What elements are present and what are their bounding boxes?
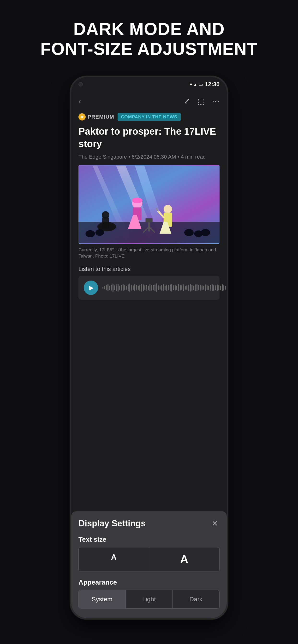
status-bar: ▾ ▴ ▭ 12:30 — [71, 77, 227, 92]
article-meta: The Edge Singapore • 6/2/2024 06:30 AM •… — [78, 154, 220, 160]
settings-header: Display Settings ✕ — [78, 518, 220, 528]
svg-point-7 — [102, 211, 109, 218]
article-title: Paktor to prosper: The 17LIVE story — [78, 125, 220, 150]
wifi-icon: ▾ — [190, 82, 192, 87]
audio-player: ▶ 07:15 — [78, 276, 220, 300]
page-title: DARK MODE ANDFONT-SIZE ADJUSTMENT — [26, 19, 272, 59]
article-content: ★ PREMIUM COMPANY IN THE NEWS Paktor to … — [71, 111, 227, 511]
back-button[interactable]: ‹ — [78, 96, 81, 106]
topbar-right: ⤢ ⬚ ⋯ — [184, 96, 220, 106]
text-size-label: Text size — [78, 536, 220, 544]
bookmark-button[interactable]: ⬚ — [198, 96, 205, 106]
image-caption: Currently, 17LIVE is the largest live-st… — [78, 244, 220, 263]
article-tags: ★ PREMIUM COMPANY IN THE NEWS — [78, 113, 220, 121]
more-button[interactable]: ⋯ — [212, 96, 220, 106]
text-size-small-button[interactable]: A — [79, 548, 149, 571]
phone-screen: ▾ ▴ ▭ 12:30 ‹ ⤢ ⬚ ⋯ ★ PREMIUM — [71, 77, 227, 618]
svg-rect-6 — [102, 217, 109, 229]
meta-separator2: • — [178, 154, 181, 160]
svg-point-8 — [164, 205, 172, 213]
svg-point-21 — [201, 229, 210, 236]
svg-rect-25 — [145, 218, 152, 222]
play-icon: ▶ — [89, 284, 94, 291]
battery-icon: ▭ — [198, 82, 203, 87]
svg-point-18 — [95, 229, 104, 236]
appearance-light-button[interactable]: Light — [126, 590, 173, 608]
article-date: 6/2/2024 06:30 AM — [132, 154, 176, 160]
topbar-left: ‹ — [78, 96, 81, 106]
appearance-dark-button[interactable]: Dark — [173, 590, 219, 608]
display-settings-sheet: Display Settings ✕ Text size A A Appeara… — [71, 511, 227, 618]
premium-label: PREMIUM — [88, 114, 114, 120]
status-time: 12:30 — [205, 81, 220, 88]
meta-separator: • — [128, 154, 132, 160]
svg-point-17 — [85, 230, 95, 237]
appearance-label: Appearance — [78, 578, 220, 586]
play-button[interactable]: ▶ — [84, 280, 98, 295]
premium-star-icon: ★ — [78, 113, 86, 120]
signal-icon: ▴ — [194, 82, 197, 87]
appearance-row: System Light Dark — [78, 590, 220, 608]
svg-point-19 — [184, 229, 194, 236]
article-read-time: 4 min read — [181, 154, 206, 160]
text-size-row: A A — [78, 547, 220, 572]
article-image — [78, 165, 220, 244]
phone-mockup: ▾ ▴ ▭ 12:30 ‹ ⤢ ⬚ ⋯ ★ PREMIUM — [70, 76, 228, 620]
settings-title: Display Settings — [78, 518, 146, 528]
close-settings-button[interactable]: ✕ — [210, 519, 220, 528]
text-size-large-button[interactable]: A — [149, 548, 220, 571]
appearance-system-button[interactable]: System — [79, 590, 126, 608]
topbar: ‹ ⤢ ⬚ ⋯ — [71, 92, 227, 111]
camera-dot — [78, 82, 83, 86]
category-badge[interactable]: COMPANY IN THE NEWS — [117, 113, 181, 121]
article-source: The Edge Singapore — [78, 154, 127, 160]
waveform — [102, 283, 227, 292]
svg-point-16 — [132, 198, 142, 203]
premium-badge: ★ PREMIUM — [78, 113, 114, 120]
listen-section: Listen to this articles ▶ 07:15 — [78, 266, 220, 300]
status-right: ▾ ▴ ▭ 12:30 — [190, 81, 220, 88]
listen-title: Listen to this articles — [78, 266, 220, 272]
share-button[interactable]: ⤢ — [184, 96, 190, 106]
